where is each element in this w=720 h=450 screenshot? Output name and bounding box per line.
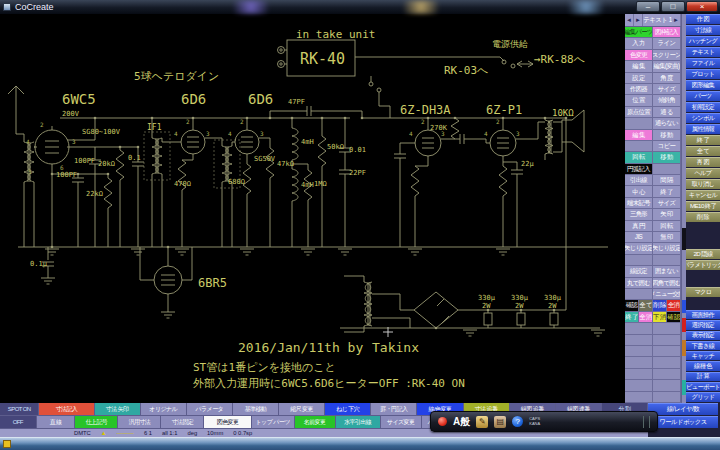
sidebar-button[interactable]: 選択指定	[686, 320, 720, 329]
menu-cell[interactable]: 色変更	[625, 50, 653, 61]
menu-next-button[interactable]: ►	[634, 14, 643, 26]
status-cell[interactable]: 罫・円記入	[371, 403, 417, 416]
status-cell[interactable]: 寸法固定	[161, 416, 204, 429]
status-cell[interactable]: パラメータ	[187, 403, 233, 416]
taskbar-app-icon[interactable]	[3, 440, 11, 448]
menu-cell[interactable]: 設 定	[625, 73, 653, 84]
title-bar[interactable]: CoCreate – □ ×	[0, 0, 720, 14]
sidebar-button[interactable]: キャンセル	[686, 190, 720, 200]
menu-cell[interactable]: 図枠記入	[653, 27, 681, 38]
menu-cell[interactable]: コピー	[653, 141, 681, 152]
menu-cell[interactable]: メニュー交換	[653, 289, 681, 300]
status-cell[interactable]: SPOT ON	[0, 403, 39, 416]
menu-cell[interactable]: 傾斜角	[653, 95, 681, 106]
sidebar-button[interactable]: ビューポート	[686, 382, 720, 391]
menu-cell[interactable]: 回 転	[653, 221, 681, 232]
menu-cell[interactable]: 編 集	[625, 61, 653, 72]
sidebar-button-worldbox[interactable]: ワールドボックス	[648, 416, 718, 428]
sidebar-button[interactable]: 再 図	[686, 157, 720, 167]
menu-cell[interactable]: 入 力	[625, 38, 653, 49]
menu-cell[interactable]: 中 心	[625, 186, 653, 197]
ime-input-mode-button[interactable]: A般	[453, 415, 470, 429]
sidebar-button[interactable]: パーツ	[686, 91, 720, 101]
menu-cell[interactable]: 真 円	[625, 221, 653, 232]
sidebar-button[interactable]: ファイル	[686, 58, 720, 68]
menu-cell[interactable]: 間 隔	[653, 175, 681, 186]
menu-cell[interactable]: サイズ	[653, 198, 681, 209]
ime-tools-icon[interactable]: ✎	[476, 416, 488, 428]
menu-cell[interactable]: 移 動	[653, 152, 681, 163]
menu-cell[interactable]: 無 印	[653, 232, 681, 243]
status-cell[interactable]: 汎用寸法	[118, 416, 161, 429]
menu-cell[interactable]: ライン	[653, 38, 681, 49]
status-cell[interactable]: 図色変更	[204, 416, 251, 429]
sidebar-button[interactable]: 2D 隠線	[686, 249, 720, 259]
menu-cell[interactable]: 囲まない	[653, 266, 681, 277]
sidebar-button[interactable]: ME10 終了	[686, 201, 720, 211]
menu-cell[interactable]: 端末記号	[625, 198, 653, 209]
status-cell[interactable]: 寸法 矢印	[95, 403, 141, 416]
menu-cell[interactable]: 三角形	[625, 209, 653, 220]
menu-cell[interactable]: JIS	[625, 232, 653, 243]
sidebar-button[interactable]: 寸法線	[686, 25, 720, 35]
status-cell[interactable]: オリジナル	[141, 403, 187, 416]
sidebar-button[interactable]: 下書き線	[686, 341, 720, 350]
status-cell[interactable]: 寸法記入	[39, 403, 94, 416]
menu-cell[interactable]: 編 集	[625, 130, 653, 141]
sidebar-button[interactable]: ハッチング	[686, 36, 720, 46]
menu-cell[interactable]: 確認	[625, 300, 639, 311]
maximize-button[interactable]: □	[661, 1, 685, 12]
menu-cell[interactable]: 削 除	[653, 300, 667, 311]
sidebar-button-line-layer[interactable]: 線/レイヤ/数	[648, 403, 718, 415]
sidebar-button[interactable]: 計 算	[686, 372, 720, 381]
sidebar-button[interactable]: 表示指定	[686, 331, 720, 340]
taskbar[interactable]	[0, 437, 720, 450]
menu-cell[interactable]: 円弧記入	[625, 164, 653, 175]
ime-grip[interactable]	[643, 416, 650, 428]
menu-cell[interactable]: 下 消	[653, 312, 667, 323]
menu-cell[interactable]: 角 度	[653, 73, 681, 84]
menu-cell[interactable]: 引出線	[625, 175, 653, 186]
sidebar-button[interactable]: 取り消し	[686, 179, 720, 189]
sidebar-button[interactable]: マクロ	[686, 287, 720, 297]
menu-cell[interactable]: 終 了	[653, 186, 681, 197]
sidebar-button[interactable]: 図形編集	[686, 80, 720, 90]
menu-cell[interactable]: サイズ	[653, 84, 681, 95]
sidebar-button[interactable]: ヘルプ	[686, 168, 720, 178]
status-cell[interactable]: OFF	[0, 416, 37, 429]
menu-cell[interactable]: 原点位置	[625, 107, 653, 118]
menu-cell[interactable]: 丸で囲む	[625, 278, 653, 289]
status-cell[interactable]: 水平引出線	[336, 416, 381, 429]
sidebar-button[interactable]: 終 了	[686, 135, 720, 145]
sidebar-button[interactable]: 初期設定	[686, 102, 720, 112]
sidebar-button[interactable]: 線種 色	[686, 361, 720, 370]
menu-cell[interactable]: 全 消	[639, 312, 653, 323]
status-cell[interactable]: 縮尺 変更	[279, 403, 325, 416]
menu-cell[interactable]: 回 転	[625, 152, 653, 163]
menu-cell[interactable]: 矢じり設定	[625, 243, 653, 254]
status-cell[interactable]: 仕上記号	[75, 416, 118, 429]
ime-pad-icon[interactable]: ▤	[494, 416, 506, 428]
sidebar-button[interactable]: プロット	[686, 69, 720, 79]
status-cell[interactable]: トップ パーツ	[252, 416, 295, 429]
sidebar-button[interactable]: 作 図	[686, 14, 720, 24]
menu-cell[interactable]: 矢 印	[653, 209, 681, 220]
menu-more-button[interactable]: ►	[672, 14, 681, 26]
menu-cell[interactable]: 編集パーツ	[625, 27, 653, 38]
sidebar-button[interactable]: 全 て	[686, 146, 720, 156]
menu-cell[interactable]: 全 て	[639, 300, 653, 311]
menu-cell[interactable]: 確 認	[667, 312, 681, 323]
menu-cell[interactable]: 位 置	[625, 95, 653, 106]
sidebar-button[interactable]: パラメトリック	[686, 260, 720, 270]
close-button[interactable]: ×	[686, 1, 718, 12]
menu-cell[interactable]: スクリーン	[653, 50, 681, 61]
ime-help-icon[interactable]: ?	[512, 416, 523, 427]
menu-prev-button[interactable]: ◄	[625, 14, 634, 26]
menu-cell[interactable]: 全消	[667, 300, 681, 311]
status-cell[interactable]: 直 線	[37, 416, 76, 429]
sidebar-button[interactable]: 削 除	[686, 212, 720, 222]
menu-cell[interactable]: 四角で囲む	[653, 278, 681, 289]
menu-cell[interactable]: 線設定	[625, 266, 653, 277]
status-cell[interactable]: 名前変更	[295, 416, 336, 429]
status-cell[interactable]: ねじ 下穴	[325, 403, 371, 416]
